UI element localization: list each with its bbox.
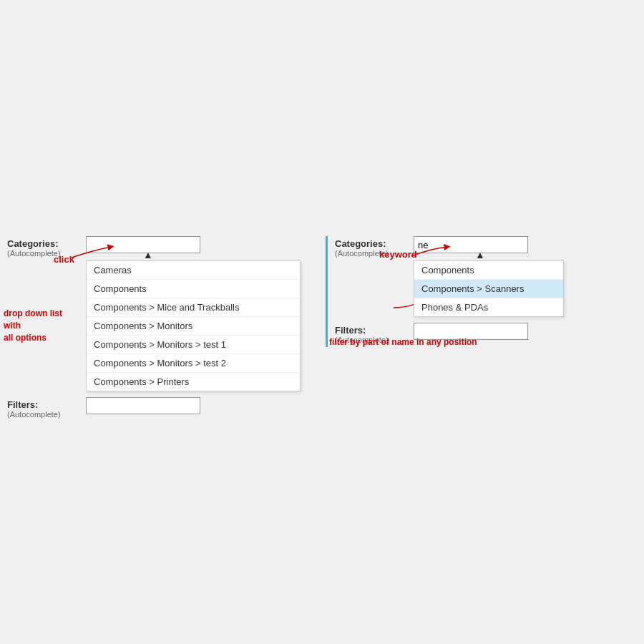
right-dropdown-phones[interactable]: Phones & PDAs <box>414 298 563 316</box>
right-dropdown: Components Components > Scanners Phones … <box>414 260 564 317</box>
dropdown-item-mice[interactable]: Components > Mice and Trackballs <box>87 298 300 317</box>
right-filters-label: Filters: <box>335 325 414 336</box>
left-filters-label: Filters: <box>7 399 86 410</box>
filter-label: filter by part of name in any position <box>329 337 477 347</box>
left-dropdown: Cameras Components Components > Mice and… <box>86 260 301 391</box>
left-filters-autocomplete: (Autocomplete) <box>7 410 86 419</box>
left-filters-row: Filters: (Autocomplete) <box>7 397 322 419</box>
left-filters-input[interactable] <box>86 397 200 414</box>
dropdown-item-monitors[interactable]: Components > Monitors <box>87 317 300 336</box>
right-dropdown-scanners[interactable]: Components > Scanners <box>414 280 563 298</box>
dropdown-item-components[interactable]: Components <box>87 280 300 298</box>
right-dropdown-components[interactable]: Components <box>414 261 563 280</box>
dropdown-item-printers[interactable]: Components > Printers <box>87 373 300 391</box>
filter-annotation: filter by part of name in any position <box>329 336 477 348</box>
dropdown-item-monitors-test1[interactable]: Components > Monitors > test 1 <box>87 336 300 354</box>
dropdown-item-cameras[interactable]: Cameras <box>87 261 300 280</box>
dropdown-item-monitors-test2[interactable]: Components > Monitors > test 2 <box>87 354 300 373</box>
